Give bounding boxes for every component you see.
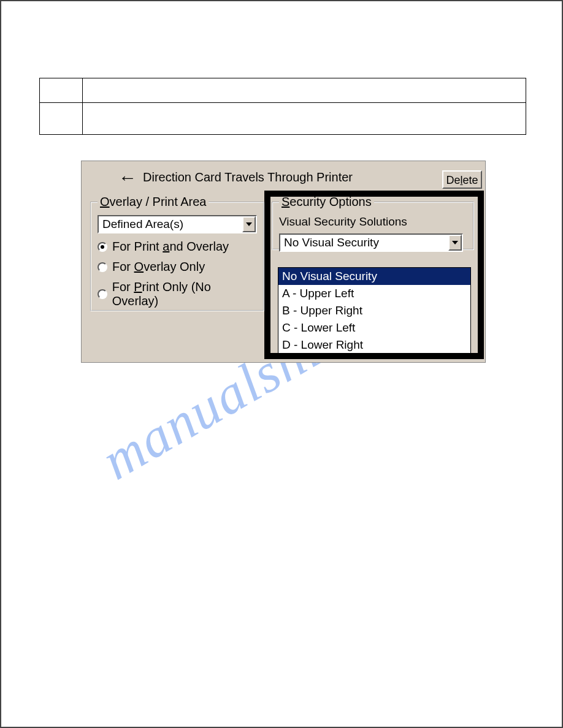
- dropdown-option[interactable]: D - Lower Right: [278, 336, 470, 354]
- radio-print-only[interactable]: For Print Only (No Overlay): [98, 280, 257, 308]
- security-legend: Security Options: [279, 195, 374, 209]
- radio-overlay-only[interactable]: For Overlay Only: [98, 260, 257, 274]
- overlay-legend: Overlay / Print Area: [98, 195, 209, 209]
- overlay-print-area-group: Overlay / Print Area Defined Area(s) For…: [90, 195, 264, 311]
- radio-icon: [98, 262, 107, 272]
- radio-icon: [98, 289, 107, 299]
- security-options-group: Security Options Visual Security Solutio…: [272, 195, 474, 250]
- top-table: [39, 78, 526, 135]
- visual-security-dropdown[interactable]: No Visual Security A - Upper Left B - Up…: [278, 267, 471, 354]
- visual-security-combo[interactable]: No Visual Security: [279, 233, 463, 252]
- svg-marker-1: [452, 241, 458, 245]
- radio-label: For Print Only (No Overlay): [112, 280, 257, 308]
- radio-print-and-overlay[interactable]: For Print and Overlay: [98, 240, 257, 254]
- dropdown-option[interactable]: A - Upper Left: [278, 285, 470, 302]
- overlay-area-combo[interactable]: Defined Area(s): [98, 215, 257, 233]
- dropdown-option[interactable]: No Visual Security: [278, 268, 470, 285]
- svg-marker-0: [246, 222, 252, 226]
- dropdown-option[interactable]: B - Upper Right: [278, 302, 470, 319]
- radio-label: For Overlay Only: [112, 260, 205, 274]
- security-sublabel: Visual Security Solutions: [279, 215, 467, 229]
- arrow-left-icon: ←: [118, 172, 137, 184]
- dropdown-option[interactable]: C - Lower Left: [278, 319, 470, 336]
- visual-security-combo-value: No Visual Security: [284, 236, 379, 249]
- radio-icon: [98, 242, 107, 252]
- overlay-area-combo-value: Defined Area(s): [102, 218, 183, 231]
- chevron-down-icon[interactable]: [448, 235, 462, 251]
- direction-row: ← Direction Card Travels Through Printer: [118, 170, 353, 184]
- radio-label: For Print and Overlay: [112, 240, 229, 254]
- direction-label: Direction Card Travels Through Printer: [143, 170, 353, 184]
- delete-button[interactable]: Delete: [442, 170, 482, 189]
- chevron-down-icon[interactable]: [242, 216, 256, 232]
- dialog-panel: ← Direction Card Travels Through Printer…: [81, 161, 486, 363]
